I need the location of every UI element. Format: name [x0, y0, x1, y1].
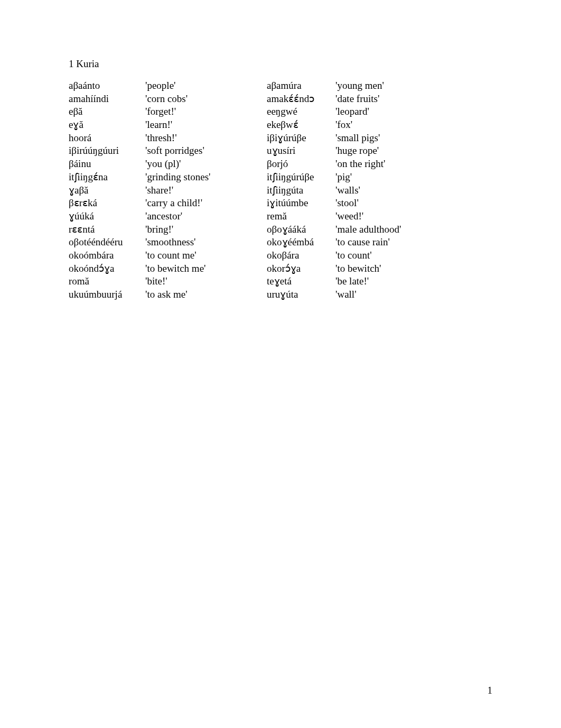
- left-column: aβaánto amahííndi eβă eɣă hoorá iβirúúŋg…: [69, 79, 251, 301]
- gloss: 'wall': [335, 288, 441, 301]
- gloss: 'to count me': [145, 249, 251, 262]
- word: βorjó: [267, 158, 335, 171]
- gloss: 'people': [145, 79, 251, 93]
- gloss: 'huge rope': [335, 144, 441, 158]
- word: ɣúúká: [69, 210, 145, 223]
- gloss: 'small pigs': [335, 132, 441, 145]
- word: amahííndi: [69, 93, 145, 106]
- word: itʃiiŋgúrúβe: [267, 171, 335, 184]
- word: okorɔ́ɣa: [267, 262, 335, 275]
- word: amakɛ́ɛ́ndɔ: [267, 93, 335, 106]
- gloss: 'corn cobs': [145, 93, 251, 106]
- word: ɣaβă: [69, 184, 145, 197]
- right-words: aβamúra amakɛ́ɛ́ndɔ eeŋgwé ekeβwɛ́ iβiɣú…: [267, 79, 335, 301]
- gloss: 'you (pl)': [145, 158, 251, 171]
- word: iβirúúŋgúuri: [69, 144, 145, 158]
- word: uɣusíri: [267, 144, 335, 158]
- gloss: 'forget!': [145, 105, 251, 118]
- word: eeŋgwé: [267, 105, 335, 118]
- gloss: 'weed!': [335, 210, 441, 223]
- gloss: 'to bewitch me': [145, 262, 251, 275]
- section-title: 1 Kuria: [69, 58, 492, 70]
- gloss: 'to cause rain': [335, 236, 441, 249]
- gloss: 'to bewitch': [335, 262, 441, 275]
- gloss: 'bite!': [145, 275, 251, 288]
- word: hoorá: [69, 132, 145, 145]
- word: oβotééndééru: [69, 236, 145, 249]
- gloss: 'on the right': [335, 158, 441, 171]
- gloss: 'grinding stones': [145, 171, 251, 184]
- gloss: 'fox': [335, 118, 441, 132]
- word: itʃiiŋgúta: [267, 184, 335, 197]
- word: remă: [267, 210, 335, 223]
- page: 1 Kuria aβaánto amahííndi eβă eɣă hoorá …: [0, 0, 561, 728]
- word: ekeβwɛ́: [267, 118, 335, 132]
- word-columns: aβaánto amahííndi eβă eɣă hoorá iβirúúŋg…: [69, 79, 492, 301]
- gloss: 'young men': [335, 79, 441, 93]
- right-glosses: 'young men' 'date fruits' 'leopard' 'fox…: [335, 79, 441, 301]
- word: okoómbára: [69, 249, 145, 262]
- word: romă: [69, 275, 145, 288]
- gloss: 'stool': [335, 197, 441, 210]
- gloss: 'walls': [335, 184, 441, 197]
- gloss: 'carry a child!': [145, 197, 251, 210]
- gloss: 'be late!': [335, 275, 441, 288]
- word: rɛɛntá: [69, 223, 145, 236]
- gloss: 'soft porridges': [145, 144, 251, 158]
- gloss: 'male adulthood': [335, 223, 441, 236]
- gloss: 'bring!': [145, 223, 251, 236]
- word: βáinu: [69, 158, 145, 171]
- word: iɣitúúmbe: [267, 197, 335, 210]
- word: itʃiiŋgɛ́na: [69, 171, 145, 184]
- gloss: 'smoothness': [145, 236, 251, 249]
- word: okoɣéémbá: [267, 236, 335, 249]
- gloss: 'date fruits': [335, 93, 441, 106]
- word: oβoɣááká: [267, 223, 335, 236]
- word: iβiɣúrúβe: [267, 132, 335, 145]
- word: aβamúra: [267, 79, 335, 93]
- word: okoβára: [267, 249, 335, 262]
- left-words: aβaánto amahííndi eβă eɣă hoorá iβirúúŋg…: [69, 79, 145, 301]
- word: aβaánto: [69, 79, 145, 93]
- gloss: 'to ask me': [145, 288, 251, 301]
- word: teɣetá: [267, 275, 335, 288]
- gloss: 'leopard': [335, 105, 441, 118]
- gloss: 'to count': [335, 249, 441, 262]
- word: okoóndɔ́ɣa: [69, 262, 145, 275]
- word: ukuúmbuurjá: [69, 288, 145, 301]
- word: eɣă: [69, 118, 145, 132]
- word: eβă: [69, 105, 145, 118]
- gloss: 'thresh!': [145, 132, 251, 145]
- gloss: 'share!': [145, 184, 251, 197]
- left-glosses: 'people' 'corn cobs' 'forget!' 'learn!' …: [145, 79, 251, 301]
- gloss: 'learn!': [145, 118, 251, 132]
- page-number: 1: [488, 685, 493, 696]
- word: uruɣúta: [267, 288, 335, 301]
- word: βɛrɛká: [69, 197, 145, 210]
- gloss: 'ancestor': [145, 210, 251, 223]
- right-column: aβamúra amakɛ́ɛ́ndɔ eeŋgwé ekeβwɛ́ iβiɣú…: [267, 79, 441, 301]
- gloss: 'pig': [335, 171, 441, 184]
